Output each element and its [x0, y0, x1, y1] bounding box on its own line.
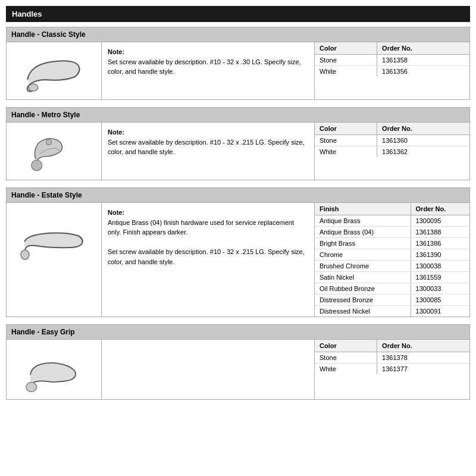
- table-cell-col1: Stone: [315, 352, 377, 364]
- table-cell-col1: Chrome: [315, 249, 411, 261]
- table-row: White1361356: [315, 66, 469, 77]
- table-row: White1361377: [315, 364, 469, 375]
- table-cell-col2: 1361358: [377, 55, 469, 66]
- table-cell-col2: 1300095: [411, 215, 469, 227]
- table-cell-col2: 1361378: [377, 352, 469, 364]
- main-title: Handles: [12, 10, 42, 18]
- easygrip-handle-svg: [15, 346, 93, 393]
- table-cell-col2: 1361390: [411, 249, 469, 261]
- col-header-finish-estate: Finish: [315, 203, 411, 215]
- table-cell-estate: Finish Order No. Antique Brass1300095Ant…: [315, 203, 469, 317]
- table-cell-col1: Bright Brass: [315, 238, 411, 249]
- page-wrapper: Handles Handle - Classic Style Note: Set…: [0, 0, 476, 413]
- image-cell-easygrip: [7, 340, 102, 399]
- section-header-estate: Handle - Estate Style: [7, 188, 469, 203]
- table-cell-col1: Stone: [315, 135, 377, 146]
- table-row: Chrome1361390: [315, 249, 469, 261]
- table-cell-col1: Antique Brass (04): [315, 227, 411, 238]
- table-cell-col1: White: [315, 66, 377, 77]
- table-cell-col1: Distressed Bronze: [315, 295, 411, 306]
- col-header-order-metro: Order No.: [377, 123, 469, 135]
- classic-handle-svg: [15, 47, 93, 95]
- svg-point-2: [46, 139, 51, 145]
- image-cell-classic: [7, 42, 102, 99]
- table-row: Stone1361358: [315, 55, 469, 66]
- note-cell-estate: Note: Antique Brass (04) finish hardware…: [102, 203, 315, 317]
- main-header: Handles: [6, 6, 470, 22]
- table-cell-col2: 1361388: [411, 227, 469, 238]
- table-row: Oil Rubbed Bronze1300033: [315, 283, 469, 295]
- table-cell-col2: 1300038: [411, 261, 469, 272]
- table-cell-col2: 1361386: [411, 238, 469, 249]
- table-row: Stone1361378: [315, 352, 469, 364]
- table-cell-col1: White: [315, 364, 377, 375]
- table-cell-col2: 1300033: [411, 283, 469, 295]
- data-table-classic: Color Order No. Stone1361358White1361356: [315, 42, 469, 77]
- table-row: White1361362: [315, 146, 469, 158]
- svg-point-1: [31, 160, 42, 171]
- col-header-order-estate: Order No.: [411, 203, 469, 215]
- svg-point-0: [29, 84, 38, 91]
- col-header-color-metro: Color: [315, 123, 377, 135]
- table-cell-col1: White: [315, 146, 377, 158]
- table-cell-col2: 1361360: [377, 135, 469, 146]
- section-estate: Handle - Estate Style Note: Antique Bras…: [6, 187, 470, 317]
- section-header-metro: Handle - Metro Style: [7, 108, 469, 123]
- table-cell-col1: Antique Brass: [315, 215, 411, 227]
- section-body-classic: Note: Set screw available by description…: [7, 42, 469, 99]
- data-table-estate: Finish Order No. Antique Brass1300095Ant…: [315, 203, 469, 317]
- data-table-metro: Color Order No. Stone1361360White1361362: [315, 123, 469, 157]
- table-cell-col1: Oil Rubbed Bronze: [315, 283, 411, 295]
- section-body-metro: Note: Set screw available by description…: [7, 123, 469, 180]
- table-row: Antique Brass (04)1361388: [315, 227, 469, 238]
- svg-point-4: [26, 382, 36, 392]
- table-cell-easygrip: Color Order No. Stone1361378White1361377: [315, 340, 469, 399]
- section-classic: Handle - Classic Style Note: Set screw a…: [6, 27, 470, 100]
- data-table-easygrip: Color Order No. Stone1361378White1361377: [315, 340, 469, 374]
- table-cell-col2: 1300091: [411, 306, 469, 317]
- svg-point-3: [21, 250, 29, 259]
- metro-handle-svg: [15, 127, 93, 175]
- table-row: Distressed Bronze1300085: [315, 295, 469, 306]
- section-header-easygrip: Handle - Easy Grip: [7, 325, 469, 340]
- table-cell-metro: Color Order No. Stone1361360White1361362: [315, 123, 469, 180]
- table-cell-col1: Brushed Chrome: [315, 261, 411, 272]
- section-body-easygrip: Color Order No. Stone1361378White1361377: [7, 340, 469, 399]
- col-header-color-easygrip: Color: [315, 340, 377, 352]
- image-cell-estate: [7, 203, 102, 317]
- table-row: Satin Nickel1361559: [315, 272, 469, 283]
- table-cell-col2: 1361356: [377, 66, 469, 77]
- note-cell-metro: Note: Set screw available by description…: [102, 123, 315, 180]
- table-cell-col2: 1361362: [377, 146, 469, 158]
- table-cell-col1: Stone: [315, 55, 377, 66]
- col-header-order-classic: Order No.: [377, 42, 469, 55]
- section-metro: Handle - Metro Style Note: Set scre: [6, 107, 470, 180]
- image-cell-metro: [7, 123, 102, 180]
- table-row: Distressed Nickel1300091: [315, 306, 469, 317]
- table-cell-col1: Distressed Nickel: [315, 306, 411, 317]
- table-row: Bright Brass1361386: [315, 238, 469, 249]
- col-header-color-classic: Color: [315, 42, 377, 55]
- estate-handle-svg: [15, 215, 93, 262]
- table-row: Antique Brass1300095: [315, 215, 469, 227]
- table-cell-col2: 1361559: [411, 272, 469, 283]
- section-body-estate: Note: Antique Brass (04) finish hardware…: [7, 203, 469, 317]
- note-cell-easygrip: [102, 340, 315, 399]
- table-row: Stone1361360: [315, 135, 469, 146]
- col-header-order-easygrip: Order No.: [377, 340, 469, 352]
- table-cell-classic: Color Order No. Stone1361358White1361356: [315, 42, 469, 99]
- table-cell-col2: 1361377: [377, 364, 469, 375]
- table-cell-col2: 1300085: [411, 295, 469, 306]
- table-cell-col1: Satin Nickel: [315, 272, 411, 283]
- table-row: Brushed Chrome1300038: [315, 261, 469, 272]
- section-header-classic: Handle - Classic Style: [7, 27, 469, 42]
- note-cell-classic: Note: Set screw available by description…: [102, 42, 315, 99]
- section-easygrip: Handle - Easy Grip Color: [6, 324, 470, 400]
